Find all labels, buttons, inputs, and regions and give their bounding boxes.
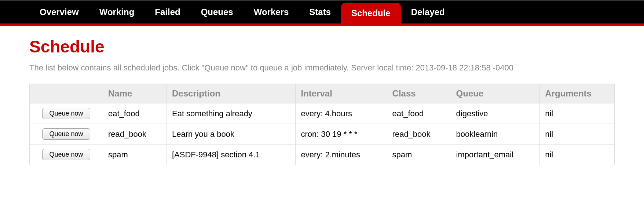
cell-action: Queue now <box>30 103 103 124</box>
cell-class: eat_food <box>387 103 451 124</box>
cell-class: read_book <box>387 124 451 145</box>
nav-item-workers[interactable]: Workers <box>244 1 299 23</box>
cell-interval: every: 4.hours <box>296 103 387 124</box>
col-header-action <box>30 84 103 103</box>
col-header-queue: Queue <box>451 84 540 103</box>
cell-action: Queue now <box>30 124 103 145</box>
queue-now-button[interactable]: Queue now <box>42 149 90 160</box>
nav-item-delayed[interactable]: Delayed <box>401 1 455 23</box>
table-row: Queue now eat_food Eat something already… <box>30 103 615 124</box>
page-title: Schedule <box>29 37 615 56</box>
nav-item-stats[interactable]: Stats <box>299 1 341 23</box>
cell-class: spam <box>387 145 451 165</box>
main-nav: Overview Working Failed Queues Workers S… <box>0 0 644 26</box>
cell-name: read_book <box>103 124 167 145</box>
col-header-class: Class <box>387 84 451 103</box>
cell-name: eat_food <box>103 103 167 124</box>
cell-interval: every: 2.minutes <box>296 145 387 165</box>
cell-queue: booklearnin <box>451 124 540 145</box>
page-description: The list below contains all scheduled jo… <box>29 63 615 73</box>
table-header-row: Name Description Interval Class Queue Ar… <box>30 84 615 103</box>
cell-arguments: nil <box>540 124 615 145</box>
nav-item-schedule[interactable]: Schedule <box>341 3 401 23</box>
cell-description: [ASDF-9948] section 4.1 <box>167 145 296 165</box>
queue-now-button[interactable]: Queue now <box>42 128 90 140</box>
cell-queue: digestive <box>451 103 540 124</box>
col-header-arguments: Arguments <box>540 84 615 103</box>
col-header-description: Description <box>167 84 296 103</box>
cell-name: spam <box>103 145 167 165</box>
nav-item-failed[interactable]: Failed <box>144 1 190 23</box>
nav-item-overview[interactable]: Overview <box>29 1 89 23</box>
cell-description: Eat something already <box>167 103 296 124</box>
table-row: Queue now read_book Learn you a book cro… <box>30 124 615 145</box>
col-header-interval: Interval <box>296 84 387 103</box>
table-row: Queue now spam [ASDF-9948] section 4.1 e… <box>30 145 615 165</box>
cell-action: Queue now <box>30 145 103 165</box>
queue-now-button[interactable]: Queue now <box>42 108 90 119</box>
nav-item-queues[interactable]: Queues <box>191 1 244 23</box>
content-container: Schedule The list below contains all sch… <box>0 26 644 176</box>
col-header-name: Name <box>103 84 167 103</box>
cell-arguments: nil <box>540 145 615 165</box>
cell-interval: cron: 30 19 * * * <box>296 124 387 145</box>
schedule-table: Name Description Interval Class Queue Ar… <box>29 84 615 165</box>
cell-arguments: nil <box>540 103 615 124</box>
nav-item-working[interactable]: Working <box>89 1 145 23</box>
cell-queue: important_email <box>451 145 540 165</box>
cell-description: Learn you a book <box>167 124 296 145</box>
